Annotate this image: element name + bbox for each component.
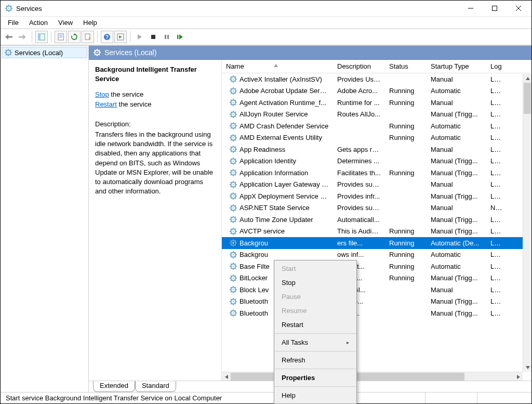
service-row[interactable]: App ReadinessGets apps re...ManualLoc bbox=[222, 144, 531, 155]
service-row[interactable]: Application IdentityDetermines ...Manual… bbox=[222, 155, 531, 167]
service-description: Provides sup... bbox=[333, 204, 385, 212]
maximize-button[interactable] bbox=[483, 1, 507, 16]
restart-link[interactable]: Restart bbox=[95, 100, 117, 108]
menu-view[interactable]: View bbox=[53, 18, 78, 28]
service-description: Determines ... bbox=[333, 157, 385, 165]
gear-icon bbox=[229, 262, 237, 270]
close-button[interactable] bbox=[507, 1, 530, 16]
col-name[interactable]: Name bbox=[222, 60, 333, 73]
vertical-scrollbar[interactable] bbox=[523, 74, 531, 372]
service-name: Adobe Acrobat Update Servi... bbox=[240, 87, 329, 95]
context-menu: Start Stop Pause Resume Restart All Task… bbox=[274, 260, 357, 404]
service-startup-type: Automatic bbox=[427, 251, 486, 258]
menu-file[interactable]: File bbox=[3, 18, 24, 28]
service-row[interactable]: AllJoyn Router ServiceRoutes AllJo...Man… bbox=[222, 109, 531, 121]
col-startup-type[interactable]: Startup Type bbox=[427, 60, 486, 73]
show-hide-action-pane-button[interactable] bbox=[114, 31, 127, 43]
minimize-button[interactable] bbox=[459, 1, 483, 16]
service-startup-type: Manual (Trigg... bbox=[427, 227, 486, 235]
tree-item-services-local[interactable]: Services (Local) bbox=[2, 47, 87, 58]
service-startup-type: Manual bbox=[427, 180, 486, 188]
properties-button[interactable] bbox=[55, 31, 67, 43]
services-list: Name Description Status Startup Type Log… bbox=[221, 60, 531, 381]
service-row[interactable]: AMD Crash Defender ServiceRunningAutomat… bbox=[222, 120, 531, 132]
scroll-down-arrow-icon[interactable] bbox=[523, 363, 531, 372]
service-description: Gets apps re... bbox=[333, 146, 385, 153]
cm-restart[interactable]: Restart bbox=[274, 318, 356, 332]
refresh-button[interactable] bbox=[68, 31, 81, 43]
service-startup-type: Manual (Trigg... bbox=[427, 157, 486, 165]
gear-icon bbox=[229, 157, 237, 165]
service-status: Running bbox=[385, 134, 427, 141]
service-logon: Loc bbox=[486, 122, 502, 130]
stop-service-button[interactable] bbox=[147, 31, 159, 43]
cm-properties[interactable]: Properties bbox=[274, 371, 356, 385]
col-logon[interactable]: Log bbox=[486, 60, 502, 73]
horizontal-scrollbar[interactable] bbox=[222, 372, 523, 381]
window-title: Services bbox=[16, 5, 459, 12]
help-button[interactable]: ? bbox=[101, 31, 113, 43]
service-row[interactable]: AppX Deployment Service (A...Provides in… bbox=[222, 190, 531, 202]
service-logon: Loc bbox=[486, 146, 502, 153]
show-hide-tree-button[interactable] bbox=[35, 31, 48, 43]
menu-action[interactable]: Action bbox=[24, 18, 53, 28]
service-row[interactable]: Auto Time Zone UpdaterAutomaticall...Man… bbox=[222, 214, 531, 226]
service-row[interactable]: Base Filtease Filt...RunningAutomaticLoc bbox=[222, 260, 531, 272]
stop-link[interactable]: Stop bbox=[95, 90, 109, 98]
service-row[interactable]: ASP.NET State ServiceProvides sup...Manu… bbox=[222, 202, 531, 214]
service-row[interactable]: ActiveX Installer (AxInstSV)Provides Use… bbox=[222, 73, 531, 85]
description-text: Transfers files in the background using … bbox=[95, 130, 215, 196]
service-row[interactable]: Application InformationFacilitates th...… bbox=[222, 167, 531, 179]
col-description[interactable]: Description bbox=[333, 60, 385, 73]
back-button[interactable] bbox=[3, 31, 15, 43]
play-button[interactable] bbox=[134, 31, 146, 43]
scroll-thumb[interactable] bbox=[524, 83, 531, 114]
scroll-right-arrow-icon[interactable] bbox=[514, 372, 523, 381]
tab-standard[interactable]: Standard bbox=[135, 381, 176, 392]
service-logon: Loc bbox=[486, 192, 502, 200]
service-logon: Loc bbox=[486, 99, 502, 107]
service-description: Runtime for ... bbox=[333, 99, 385, 107]
menu-help[interactable]: Help bbox=[78, 18, 102, 28]
service-row[interactable]: Agent Activation Runtime_f...Runtime for… bbox=[222, 97, 531, 109]
service-description: Provides sup... bbox=[333, 180, 385, 188]
forward-button[interactable] bbox=[16, 31, 29, 43]
cm-help[interactable]: Help bbox=[274, 388, 356, 402]
service-name: Base Filte bbox=[240, 263, 270, 270]
service-startup-type: Manual (Trigg... bbox=[427, 274, 486, 282]
service-row[interactable]: Bluetoothe supp...Manual (Trigg...Loc bbox=[222, 296, 531, 308]
export-list-button[interactable] bbox=[82, 31, 94, 43]
service-logon: Loc bbox=[486, 297, 502, 305]
service-status: Running bbox=[385, 122, 427, 130]
service-row[interactable]: AMD External Events UtilityRunningAutoma… bbox=[222, 132, 531, 144]
service-status: Running bbox=[385, 227, 427, 235]
service-description: Adobe Acro... bbox=[333, 87, 385, 95]
scroll-left-arrow-icon[interactable] bbox=[222, 372, 231, 381]
service-status: Running bbox=[385, 87, 427, 95]
cm-all-tasks[interactable]: All Tasks▸ bbox=[274, 335, 356, 349]
service-name: Block Lev bbox=[240, 286, 269, 294]
service-row[interactable]: AVCTP serviceThis is Audio...RunningManu… bbox=[222, 226, 531, 238]
service-row[interactable]: Bluetoothuetoo...Manual (Trigg...Loc bbox=[222, 307, 531, 319]
services-icon bbox=[5, 4, 13, 12]
service-row[interactable]: BitLocker/C hos...RunningManual (Trigg..… bbox=[222, 272, 531, 284]
service-startup-type: Manual (Trigg... bbox=[427, 216, 486, 224]
service-startup-type: Automatic bbox=[427, 87, 486, 95]
cm-stop[interactable]: Stop bbox=[274, 276, 356, 290]
service-row[interactable]: Backgrouows inf...RunningAutomaticLoc bbox=[222, 249, 531, 261]
gear-icon bbox=[229, 204, 237, 212]
service-startup-type: Manual (Trigg... bbox=[427, 110, 486, 118]
service-row[interactable]: Application Layer Gateway S...Provides s… bbox=[222, 179, 531, 191]
cm-start: Start bbox=[274, 262, 356, 276]
col-status[interactable]: Status bbox=[385, 60, 427, 73]
pause-button[interactable] bbox=[161, 31, 173, 43]
service-description: This is Audio... bbox=[333, 227, 385, 235]
restart-service-button[interactable] bbox=[174, 31, 187, 43]
scroll-up-arrow-icon[interactable] bbox=[523, 74, 531, 83]
service-row[interactable]: Backgrouers file...RunningAutomatic (De.… bbox=[222, 237, 531, 249]
cm-refresh[interactable]: Refresh bbox=[274, 353, 356, 367]
service-row[interactable]: Block Lev/BENGI...ManualLoc bbox=[222, 284, 531, 296]
service-row[interactable]: Adobe Acrobat Update Servi...Adobe Acro.… bbox=[222, 85, 531, 97]
service-startup-type: Automatic bbox=[427, 134, 486, 141]
tab-extended[interactable]: Extended bbox=[93, 381, 135, 392]
